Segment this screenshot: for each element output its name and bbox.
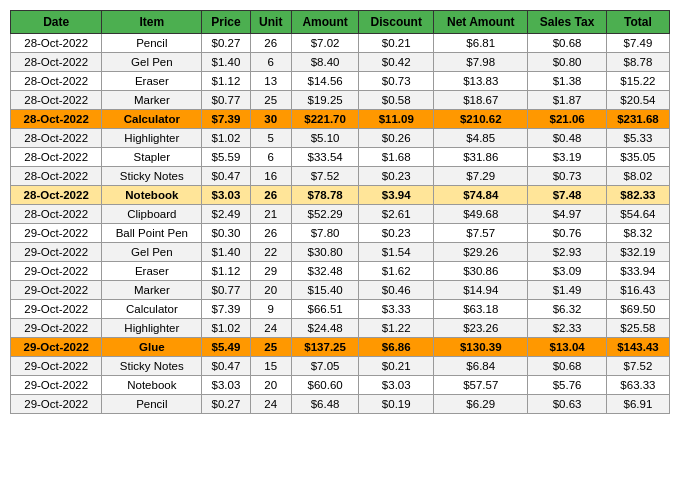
- table-row: 28-Oct-2022Notebook$3.0326$78.78$3.94$74…: [11, 186, 670, 205]
- column-header-discount: Discount: [359, 11, 434, 34]
- column-header-unit: Unit: [250, 11, 291, 34]
- column-header-price: Price: [202, 11, 250, 34]
- table-row: 29-Oct-2022Highlighter$1.0224$24.48$1.22…: [11, 319, 670, 338]
- table-row: 29-Oct-2022Sticky Notes$0.4715$7.05$0.21…: [11, 357, 670, 376]
- table-row: 28-Oct-2022Pencil$0.2726$7.02$0.21$6.81$…: [11, 34, 670, 53]
- table-row: 28-Oct-2022Calculator$7.3930$221.70$11.0…: [11, 110, 670, 129]
- column-header-net-amount: Net Amount: [434, 11, 528, 34]
- table-row: 29-Oct-2022Pencil$0.2724$6.48$0.19$6.29$…: [11, 395, 670, 414]
- table-row: 29-Oct-2022Ball Point Pen$0.3026$7.80$0.…: [11, 224, 670, 243]
- table-row: 29-Oct-2022Gel Pen$1.4022$30.80$1.54$29.…: [11, 243, 670, 262]
- table-row: 28-Oct-2022Gel Pen$1.406$8.40$0.42$7.98$…: [11, 53, 670, 72]
- column-header-sales-tax: Sales Tax: [528, 11, 607, 34]
- table-row: 28-Oct-2022Sticky Notes$0.4716$7.52$0.23…: [11, 167, 670, 186]
- column-header-amount: Amount: [291, 11, 359, 34]
- column-header-total: Total: [606, 11, 669, 34]
- table-row: 28-Oct-2022Stapler$5.596$33.54$1.68$31.8…: [11, 148, 670, 167]
- table-row: 29-Oct-2022Eraser$1.1229$32.48$1.62$30.8…: [11, 262, 670, 281]
- table-row: 29-Oct-2022Calculator$7.399$66.51$3.33$6…: [11, 300, 670, 319]
- column-header-item: Item: [102, 11, 202, 34]
- table-row: 28-Oct-2022Highlighter$1.025$5.10$0.26$4…: [11, 129, 670, 148]
- header-row: DateItemPriceUnitAmountDiscountNet Amoun…: [11, 11, 670, 34]
- column-header-date: Date: [11, 11, 102, 34]
- table-row: 29-Oct-2022Marker$0.7720$15.40$0.46$14.9…: [11, 281, 670, 300]
- table-row: 28-Oct-2022Eraser$1.1213$14.56$0.73$13.8…: [11, 72, 670, 91]
- data-table: DateItemPriceUnitAmountDiscountNet Amoun…: [10, 10, 670, 414]
- table-row: 28-Oct-2022Marker$0.7725$19.25$0.58$18.6…: [11, 91, 670, 110]
- table-row: 29-Oct-2022Notebook$3.0320$60.60$3.03$57…: [11, 376, 670, 395]
- table-row: 29-Oct-2022Glue$5.4925$137.25$6.86$130.3…: [11, 338, 670, 357]
- table-row: 28-Oct-2022Clipboard$2.4921$52.29$2.61$4…: [11, 205, 670, 224]
